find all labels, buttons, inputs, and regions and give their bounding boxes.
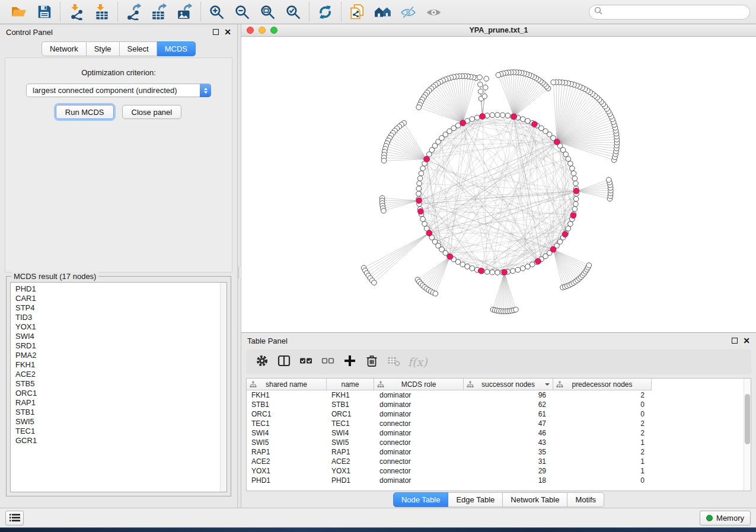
export-image-icon — [177, 4, 193, 20]
toolbar-first-neighbors-button[interactable] — [370, 1, 395, 23]
tab-style[interactable]: Style — [87, 41, 120, 56]
main-toolbar — [0, 0, 756, 24]
table-row[interactable]: ORC1ORC1dominator610 — [247, 409, 751, 419]
mcds-result-item[interactable]: SWI4 — [15, 332, 222, 341]
table-cell: 43 — [464, 438, 553, 447]
search-input[interactable] — [605, 8, 745, 17]
mcds-result-item[interactable]: SRD1 — [15, 341, 222, 351]
node-table[interactable]: shared namenameMCDS rolesuccessor nodesp… — [246, 378, 751, 491]
add-column-button[interactable] — [341, 353, 359, 371]
vertical-splitter[interactable] — [237, 24, 241, 508]
criterion-value: largest connected component (undirected) — [33, 86, 177, 95]
mcds-result-item[interactable]: ACE2 — [15, 370, 222, 379]
mcds-result-item[interactable]: TID3 — [15, 313, 222, 322]
toolbar-export-table-button[interactable] — [146, 1, 172, 23]
float-table-panel-icon[interactable] — [732, 338, 738, 344]
column-header-successor-nodes[interactable]: successor nodes — [464, 379, 553, 390]
close-table-panel-icon[interactable]: ✕ — [743, 338, 750, 344]
mcds-result-item[interactable]: PMA2 — [15, 351, 222, 360]
table-cell: 2 — [553, 448, 652, 456]
search-box[interactable] — [589, 5, 750, 20]
toolbar-open-session-button[interactable] — [6, 1, 31, 23]
close-panel-button[interactable]: Close panel — [122, 105, 182, 119]
table-cell: 31 — [464, 457, 553, 466]
close-panel-icon[interactable]: ✕ — [224, 29, 231, 35]
toolbar-zoom-selected-button[interactable] — [280, 1, 306, 23]
network-canvas[interactable] — [241, 37, 756, 332]
mcds-result-item[interactable]: RAP1 — [15, 398, 222, 408]
memory-button[interactable]: Memory — [700, 511, 751, 525]
column-header-mcds-role[interactable]: MCDS role — [374, 379, 464, 390]
column-label: MCDS role — [401, 380, 436, 389]
table-row[interactable]: TEC1TEC1connector472 — [247, 419, 751, 428]
tab-network-table[interactable]: Network Table — [503, 492, 567, 507]
toolbar-zoom-out-button[interactable] — [229, 1, 255, 23]
toolbar-zoom-in-button[interactable] — [204, 1, 229, 23]
toolbar-show-all-button[interactable] — [421, 1, 446, 23]
mcds-result-item[interactable]: PHD1 — [15, 284, 222, 294]
table-row[interactable]: YOX1YOX1connector291 — [247, 466, 751, 476]
tab-select[interactable]: Select — [120, 41, 157, 56]
table-row[interactable]: RAP1RAP1dominator352 — [247, 447, 751, 457]
mcds-list-scrollbar[interactable] — [220, 283, 227, 492]
toolbar-hide-selected-button[interactable] — [395, 1, 421, 23]
mcds-result-item[interactable]: TEC1 — [15, 427, 222, 436]
tab-motifs[interactable]: Motifs — [567, 492, 604, 507]
mcds-result-item[interactable]: SWI5 — [15, 417, 222, 427]
toolbar-export-image-button[interactable] — [172, 1, 197, 23]
table-options-gear-button[interactable] — [253, 353, 271, 371]
toolbar-save-session-button[interactable] — [31, 1, 57, 23]
delete-column-button[interactable] — [363, 353, 381, 371]
toolbar-export-network-button[interactable] — [121, 1, 146, 23]
column-header-predecessor-nodes[interactable]: predecessor nodes — [553, 379, 652, 390]
mcds-result-item[interactable]: GCR1 — [15, 436, 222, 446]
table-row[interactable]: SWI5SWI5connector431 — [247, 438, 751, 447]
mcds-result-item[interactable]: CAR1 — [15, 294, 222, 303]
splitter-grip-icon[interactable] — [238, 267, 241, 278]
table-cell: RAP1 — [247, 448, 327, 456]
table-row[interactable]: ACE2ACE2connector311 — [247, 457, 751, 466]
tab-mcds[interactable]: MCDS — [157, 41, 196, 56]
table-scrollbar[interactable] — [744, 379, 751, 491]
minimize-window-icon[interactable] — [259, 27, 266, 34]
mcds-result-item[interactable]: YOX1 — [15, 322, 222, 332]
table-cell: connector — [374, 467, 464, 475]
mcds-result-item[interactable]: ORC1 — [15, 389, 222, 398]
maximize-window-icon[interactable] — [270, 27, 277, 34]
table-scrollbar-thumb[interactable] — [745, 394, 750, 444]
function-builder-icon: f(x) — [407, 355, 428, 368]
mcds-result-item[interactable]: FKH1 — [15, 360, 222, 370]
toolbar-zoom-fit-button[interactable] — [255, 1, 280, 23]
mcds-result-item[interactable]: STB5 — [15, 379, 222, 389]
table-row[interactable]: FKH1FKH1dominator962 — [247, 390, 751, 400]
network-window-titlebar[interactable]: YPA_prune.txt_1 — [241, 24, 756, 37]
mcds-result-item[interactable]: STB1 — [15, 408, 222, 417]
table-row[interactable]: STB1STB1dominator620 — [247, 400, 751, 409]
table-cell: dominator — [374, 400, 464, 409]
toolbar-duplicate-network-button[interactable] — [344, 1, 370, 23]
tab-edge-table[interactable]: Edge Table — [448, 492, 503, 507]
column-header-shared-name[interactable]: shared name — [247, 379, 327, 390]
table-cell: connector — [374, 457, 464, 466]
mcds-result-list[interactable]: PHD1CAR1STP4TID3YOX1SWI4SRD1PMA2FKH1ACE2… — [10, 282, 227, 492]
toolbar-refresh-view-button[interactable] — [312, 1, 338, 23]
tab-network[interactable]: Network — [42, 41, 87, 56]
table-cell: 61 — [464, 410, 553, 418]
toolbar-import-table-button[interactable] — [89, 1, 114, 23]
deselect-all-rows-button[interactable] — [319, 353, 337, 371]
task-history-button[interactable] — [5, 511, 24, 525]
select-all-rows-button[interactable] — [297, 353, 315, 371]
close-window-icon[interactable] — [247, 27, 254, 34]
run-mcds-button[interactable]: Run MCDS — [56, 105, 114, 119]
mcds-result-item[interactable]: STP4 — [15, 303, 222, 313]
column-header-name[interactable]: name — [327, 379, 374, 390]
tab-node-table[interactable]: Node Table — [393, 492, 449, 507]
column-visibility-button[interactable] — [275, 353, 293, 371]
table-row[interactable]: SWI4SWI4dominator462 — [247, 428, 751, 438]
criterion-dropdown[interactable]: largest connected component (undirected) — [26, 84, 211, 97]
toolbar-buttons — [6, 1, 446, 23]
toolbar-import-network-button[interactable] — [63, 1, 89, 23]
table-row[interactable]: PHD1PHD1dominator180 — [247, 476, 751, 485]
table-cell: 0 — [553, 410, 652, 418]
float-panel-icon[interactable] — [213, 29, 219, 35]
